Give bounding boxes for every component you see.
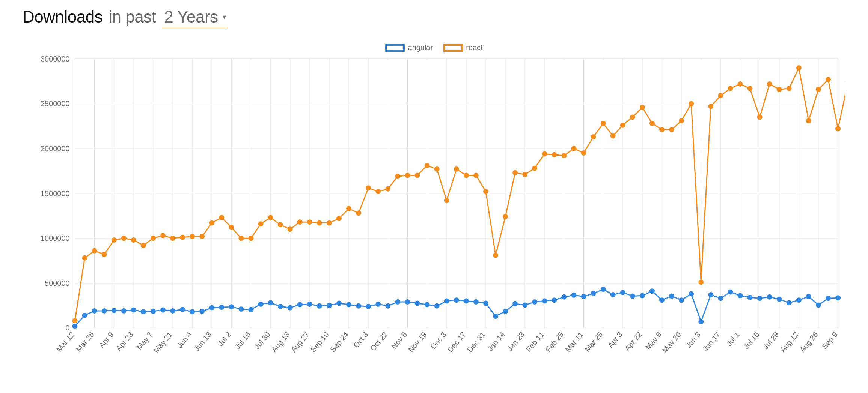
svg-point-134 (444, 298, 449, 304)
svg-text:Apr 22: Apr 22 (623, 330, 643, 352)
svg-point-96 (72, 324, 78, 329)
svg-point-251 (816, 87, 821, 92)
svg-point-210 (415, 173, 420, 178)
svg-text:Mar 26: Mar 26 (74, 330, 96, 354)
svg-point-123 (336, 301, 342, 306)
svg-point-239 (698, 279, 704, 285)
svg-text:Sep 24: Sep 24 (329, 330, 350, 354)
svg-point-119 (297, 302, 303, 307)
svg-text:May 21: May 21 (152, 330, 174, 354)
chevron-down-icon: ▾ (223, 13, 226, 21)
svg-point-183 (151, 236, 156, 241)
svg-text:Apr 8: Apr 8 (606, 330, 624, 350)
svg-text:Jun 18: Jun 18 (192, 330, 213, 353)
svg-point-204 (356, 210, 361, 216)
svg-point-131 (415, 301, 420, 306)
svg-point-214 (454, 166, 459, 172)
svg-text:Apr 23: Apr 23 (114, 330, 135, 352)
svg-point-245 (757, 114, 763, 120)
svg-point-115 (258, 302, 264, 307)
svg-point-234 (649, 121, 655, 126)
svg-point-184 (160, 233, 166, 238)
svg-point-181 (131, 237, 136, 243)
svg-text:Sep 10: Sep 10 (309, 330, 330, 354)
svg-text:Jan 28: Jan 28 (505, 330, 526, 353)
svg-point-200 (317, 220, 322, 226)
svg-point-136 (464, 298, 469, 304)
legend-label-react: react (466, 44, 482, 52)
svg-point-153 (630, 293, 635, 298)
svg-point-173 (826, 296, 831, 301)
svg-text:Nov 5: Nov 5 (390, 330, 408, 351)
svg-text:1500000: 1500000 (41, 189, 70, 198)
svg-point-247 (777, 87, 782, 92)
svg-point-217 (483, 189, 488, 194)
svg-point-160 (698, 319, 704, 324)
legend-item-angular[interactable]: angular (385, 44, 433, 52)
period-select[interactable]: 2 Years ▾ (162, 8, 228, 28)
svg-text:Aug 13: Aug 13 (270, 330, 291, 354)
svg-point-167 (767, 294, 772, 300)
svg-point-124 (346, 302, 351, 307)
svg-point-102 (131, 308, 136, 313)
downloads-chart: 0500000100000015000002000000250000030000… (23, 55, 845, 376)
svg-text:May 7: May 7 (135, 330, 154, 351)
svg-text:Jul 2: Jul 2 (216, 330, 233, 348)
svg-text:Sep 9: Sep 9 (820, 330, 839, 351)
svg-point-191 (229, 225, 234, 230)
svg-point-109 (199, 309, 205, 314)
svg-text:1000000: 1000000 (41, 234, 70, 242)
svg-text:May 20: May 20 (660, 330, 683, 354)
svg-point-187 (190, 234, 195, 239)
svg-point-170 (796, 297, 802, 303)
svg-point-114 (249, 307, 254, 312)
svg-point-243 (737, 81, 743, 87)
svg-text:Mar 25: Mar 25 (583, 330, 604, 354)
svg-point-252 (826, 77, 831, 82)
svg-point-143 (532, 299, 537, 304)
svg-point-225 (561, 153, 567, 158)
svg-point-175 (72, 318, 78, 323)
svg-point-203 (346, 206, 351, 211)
svg-point-155 (649, 288, 655, 294)
svg-point-129 (395, 299, 400, 304)
svg-point-209 (405, 173, 410, 178)
svg-point-226 (571, 146, 577, 151)
svg-point-198 (297, 219, 303, 225)
svg-text:3000000: 3000000 (41, 55, 70, 63)
legend-swatch-react (443, 44, 463, 52)
svg-point-201 (327, 220, 332, 226)
svg-point-232 (630, 114, 635, 120)
svg-point-195 (268, 215, 273, 220)
svg-text:Jan 14: Jan 14 (486, 330, 506, 353)
svg-point-159 (689, 291, 694, 296)
svg-point-219 (503, 214, 508, 219)
legend-item-react[interactable]: react (443, 44, 482, 52)
series-dots-react (72, 65, 845, 323)
svg-point-233 (640, 105, 645, 110)
legend-label-angular: angular (408, 44, 433, 52)
svg-point-230 (610, 134, 616, 139)
svg-text:Dec 17: Dec 17 (446, 330, 467, 354)
svg-point-240 (708, 104, 713, 109)
svg-point-212 (434, 166, 440, 172)
svg-point-242 (728, 86, 733, 91)
svg-point-140 (503, 309, 508, 314)
svg-point-227 (581, 150, 586, 156)
svg-point-206 (375, 189, 381, 194)
svg-point-120 (307, 302, 312, 307)
svg-text:Oct 8: Oct 8 (352, 330, 369, 350)
svg-text:Dec 31: Dec 31 (466, 330, 487, 354)
svg-point-132 (425, 302, 430, 307)
svg-point-229 (601, 121, 606, 126)
svg-point-98 (92, 308, 97, 314)
svg-point-246 (767, 81, 772, 87)
svg-point-99 (102, 308, 107, 314)
svg-point-112 (229, 304, 234, 309)
svg-point-145 (552, 297, 557, 303)
svg-point-150 (601, 287, 606, 292)
svg-point-248 (787, 86, 792, 91)
svg-point-180 (121, 236, 127, 241)
svg-point-113 (239, 306, 244, 312)
svg-point-117 (278, 304, 283, 309)
